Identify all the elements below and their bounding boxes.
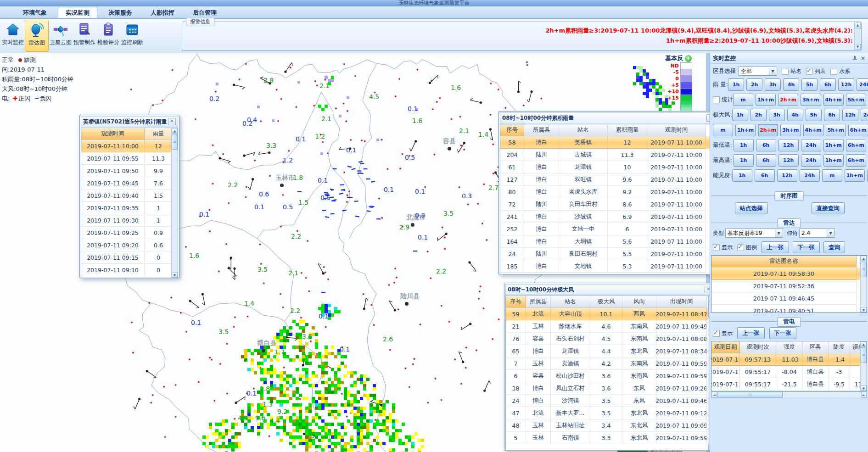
lightning-col-header[interactable]: 区县 bbox=[803, 341, 829, 353]
scroll-up-icon[interactable]: ▲ bbox=[172, 128, 178, 134]
rainfall-row[interactable]: 127博白双旺镇9.62019-07-11 10:00 bbox=[500, 173, 716, 186]
lightning-row[interactable]: 2019-07-1109:55:17-8.04博白县-3 bbox=[711, 366, 867, 378]
pin-icon[interactable] bbox=[852, 56, 857, 61]
period-button-24h[interactable]: 24h bbox=[861, 109, 868, 121]
period-button-5h+m[interactable]: 5h+m bbox=[846, 94, 866, 106]
period-button-6h[interactable]: 6h bbox=[824, 109, 840, 121]
period-button-1h+m[interactable]: 1h+m bbox=[845, 169, 865, 182]
stat-checkbox[interactable] bbox=[713, 96, 720, 103]
period-button-1h[interactable]: 1h bbox=[732, 109, 748, 121]
rainfall-row[interactable]: 252博白文地一中62019-07-11 10:00 bbox=[500, 223, 716, 235]
radar-image-row[interactable]: 2019-07-11 09:52:36 bbox=[711, 280, 867, 292]
period-button-1h[interactable]: 1h bbox=[734, 139, 754, 151]
period-button-12h[interactable]: 12h bbox=[838, 78, 854, 91]
station-rain-row[interactable]: 2019-07-11 09:150 bbox=[81, 251, 178, 264]
period-button-24h[interactable]: 24h bbox=[801, 154, 821, 167]
radar-button-上一张[interactable]: 上一张 bbox=[762, 241, 789, 253]
direct-query-button[interactable]: 直接查询 bbox=[812, 202, 845, 214]
period-button-1h+m[interactable]: 1h+m bbox=[735, 124, 756, 136]
lightning-row[interactable]: 2019-07-1109:55:17-21.5博白县-9.511 bbox=[711, 378, 867, 391]
period-button-6h[interactable]: 6h bbox=[756, 139, 776, 151]
period-button-1h+m[interactable]: 1h+m bbox=[823, 139, 844, 151]
station-rain-row[interactable]: 2019-07-11 09:401.5 bbox=[81, 190, 178, 202]
menu-tab-5[interactable]: 后台管理 bbox=[185, 7, 224, 18]
period-button-5h[interactable]: 5h bbox=[801, 78, 818, 91]
scroll-up-icon[interactable]: ▲ bbox=[855, 22, 861, 28]
period-button-1h+m[interactable]: 1h+m bbox=[756, 94, 776, 106]
toolbar-button-监控刷新[interactable]: 监控刷新 bbox=[120, 20, 144, 52]
scrollbar-thumb[interactable] bbox=[861, 347, 867, 363]
scroll-down-icon[interactable]: ▼ bbox=[172, 272, 178, 278]
radar-image-row[interactable]: 2019-07-11 09:40:51 bbox=[711, 305, 867, 313]
period-button-24h[interactable]: 24h bbox=[800, 169, 820, 182]
period-button-1h+m[interactable]: 1h+m bbox=[823, 154, 844, 167]
period-button-4h[interactable]: 4h bbox=[787, 109, 803, 121]
wind-col-header[interactable]: 站名 bbox=[551, 296, 590, 308]
period-button-1h[interactable]: 1h bbox=[732, 169, 752, 182]
rainfall-row[interactable]: 185博白文地镇5.32019-07-11 10:00 bbox=[500, 260, 716, 273]
legend-expand-icon[interactable]: + bbox=[685, 55, 692, 62]
menu-tab-1[interactable]: 环境气象 bbox=[16, 7, 54, 18]
period-button-4h+m[interactable]: 4h+m bbox=[823, 94, 844, 106]
period-button-6h[interactable]: 6h bbox=[756, 154, 776, 167]
period-button-2h[interactable]: 2h bbox=[750, 109, 767, 121]
rainfall-row[interactable]: 58博白英桥镇122019-07-11 10:00 bbox=[500, 136, 716, 149]
period-button-12h[interactable]: 12h bbox=[777, 169, 797, 182]
period-button-6h[interactable]: 6h bbox=[755, 169, 775, 182]
scroll-left-icon[interactable]: ◄ bbox=[711, 392, 717, 398]
toolbar-button-检验评分[interactable]: 检验评分 bbox=[96, 20, 120, 52]
county-select[interactable]: 全部 ▼ bbox=[739, 67, 777, 76]
period-button-6h+m[interactable]: 6h+m bbox=[848, 124, 868, 136]
scroll-down-icon[interactable]: ▼ bbox=[855, 44, 861, 50]
scrollbar-thumb[interactable] bbox=[172, 134, 178, 150]
wind-row[interactable]: 65博白龙潭镇4.4东北风2019-07-11 08:34 bbox=[506, 345, 714, 357]
wind-col-header[interactable]: 出现时间 bbox=[656, 296, 707, 308]
wind-row[interactable]: 76容县石头石剑村4.5东南风2019-07-11 08:08 bbox=[506, 333, 714, 345]
station-rain-col-header[interactable]: 雨量 bbox=[145, 128, 173, 140]
radar-image-row[interactable]: 2019-07-11 09:46:45 bbox=[711, 292, 867, 305]
wind-row[interactable]: 47北流新丰大罗...3.5东北风2019-07-11 09:12 bbox=[506, 407, 714, 419]
period-button-3h+m[interactable]: 3h+m bbox=[801, 94, 821, 106]
period-button-2h+m[interactable]: 2h+m bbox=[778, 94, 798, 106]
period-button-2h+m[interactable]: 2h+m bbox=[758, 124, 778, 136]
wind-col-header[interactable]: 所属县 bbox=[526, 296, 551, 308]
period-button-2h[interactable]: 2h bbox=[746, 78, 762, 91]
checkbox-站名[interactable] bbox=[782, 68, 789, 75]
lightning-button-下一张[interactable]: 下一张 bbox=[769, 327, 797, 339]
station-select-button[interactable]: 站点选择 bbox=[735, 202, 768, 214]
period-button-5h+m[interactable]: 5h+m bbox=[826, 124, 846, 136]
toolbar-button-雷达图[interactable]: 雷达图 bbox=[25, 20, 49, 52]
period-button-3h+m[interactable]: 3h+m bbox=[780, 124, 801, 136]
lightning-col-header[interactable]: 强度 bbox=[776, 341, 803, 353]
period-button-4h+m[interactable]: 4h+m bbox=[803, 124, 823, 136]
checkbox-display[interactable] bbox=[713, 330, 720, 337]
lightning-col-header[interactable]: 观测日期 bbox=[711, 341, 740, 353]
toolbar-button-实时监控[interactable]: 实时监控 bbox=[1, 20, 25, 52]
lightning-button-上一张[interactable]: 上一张 bbox=[737, 327, 765, 339]
period-button-m[interactable]: m bbox=[713, 124, 733, 136]
lightning-vscrollbar[interactable]: ▲▼ bbox=[860, 341, 867, 391]
period-button-6h+m[interactable]: 6h+m bbox=[846, 139, 866, 151]
rainfall-col-header[interactable]: 累积雨量 bbox=[608, 124, 647, 136]
lightning-hscrollbar[interactable]: ◄ ► bbox=[711, 391, 867, 398]
toolbar-button-预警制作[interactable]: 预警制作 bbox=[73, 20, 96, 52]
rainfall-col-header[interactable]: 站名 bbox=[559, 124, 608, 136]
period-button-4h[interactable]: 4h bbox=[783, 78, 799, 91]
alarm-scrollbar[interactable]: ▲ ▼ bbox=[854, 22, 861, 50]
rainfall-col-header[interactable]: 所属县 bbox=[524, 124, 559, 136]
rainfall-row[interactable]: 204陆川古城镇11.32019-07-11 10:00 bbox=[500, 149, 716, 161]
menu-tab-4[interactable]: 人影指挥 bbox=[143, 7, 182, 18]
wind-row[interactable]: 21玉林苏烟水库4.6东南风2019-07-11 09:49 bbox=[506, 320, 714, 333]
wind-row[interactable]: 48玉林玉林站旧址3.4东北风2019-07-11 09:09 bbox=[506, 419, 714, 432]
period-button-12h[interactable]: 12h bbox=[778, 154, 799, 167]
scroll-right-icon[interactable]: ► bbox=[861, 392, 867, 398]
wind-row[interactable]: 6容县松山沙田村3.6东南风2019-07-11 09:59 bbox=[506, 370, 714, 382]
wind-row[interactable]: 24博白沙河镇3.5东风2019-07-11 09:46 bbox=[506, 395, 714, 407]
period-button-3h[interactable]: 3h bbox=[765, 78, 781, 91]
menu-tab-2[interactable]: 实况监测 bbox=[58, 7, 97, 18]
radar-button-下一张[interactable]: 下一张 bbox=[793, 241, 820, 253]
period-button-24h[interactable]: 24h bbox=[857, 78, 868, 91]
station-rain-row[interactable]: 2019-07-11 09:351 bbox=[81, 202, 178, 214]
checkbox-显示[interactable] bbox=[713, 244, 720, 251]
rainfall-row[interactable]: 241博白沙陂镇6.92019-07-11 10:00 bbox=[500, 211, 716, 223]
